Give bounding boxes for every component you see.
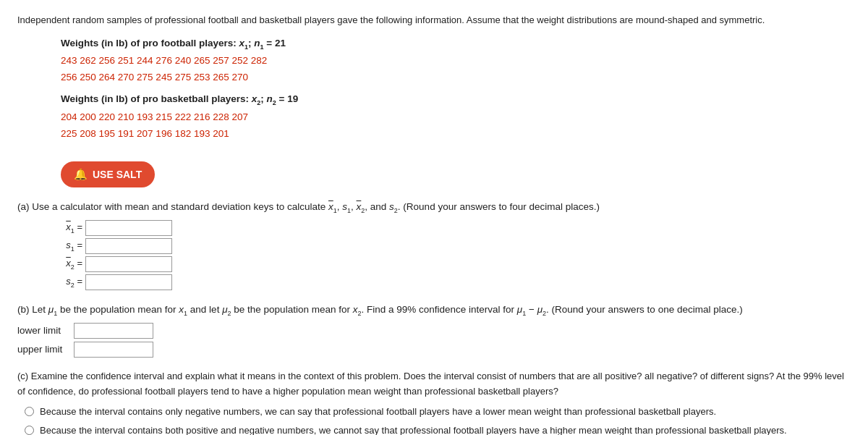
s1-input[interactable] <box>85 238 172 254</box>
x1-row: x1 = <box>61 220 851 236</box>
x1-input[interactable] <box>85 220 172 236</box>
radio-2[interactable] <box>25 426 34 435</box>
basketball-row2: 225 208 195 191 207 196 182 193 201 <box>61 126 851 143</box>
lower-limit-label: lower limit <box>17 323 68 339</box>
s2-row: s2 = <box>61 274 851 290</box>
radio-1-label: Because the interval contains only negat… <box>40 405 716 419</box>
x2-label: x2 = <box>61 256 82 272</box>
part-a-label: (a) Use a calculator with mean and stand… <box>17 199 851 216</box>
upper-limit-input[interactable] <box>74 342 153 358</box>
x2-row: x2 = <box>61 256 851 272</box>
lower-limit-row: lower limit <box>17 323 851 339</box>
football-row2: 256 250 264 270 275 245 275 253 265 270 <box>61 69 851 86</box>
s2-label: s2 = <box>61 274 82 290</box>
use-salt-label: USE SALT <box>93 169 142 180</box>
radio-2-label: Because the interval contains both posit… <box>40 423 787 435</box>
basketball-row1: 204 200 220 210 193 215 222 216 228 207 <box>61 109 851 126</box>
use-salt-button[interactable]: 🔔 USE SALT <box>61 161 155 187</box>
part-c-text: (c) Examine the confidence interval and … <box>17 369 851 400</box>
radio-1[interactable] <box>25 407 34 416</box>
x2-input[interactable] <box>85 256 172 272</box>
football-row1: 243 262 256 251 244 276 240 265 257 252 … <box>61 53 851 69</box>
s1-row: s1 = <box>61 238 851 254</box>
lower-limit-input[interactable] <box>74 323 153 339</box>
part-b-label: (b) Let μ1 be the population mean for x1… <box>17 302 851 318</box>
radio-option-2: Because the interval contains both posit… <box>25 423 851 435</box>
radio-option-1: Because the interval contains only negat… <box>25 405 851 419</box>
football-label: Weights (in lb) of pro football players:… <box>61 38 851 51</box>
x1-label: x1 = <box>61 220 82 236</box>
intro-text: Independent random samples of profession… <box>17 13 851 28</box>
s2-input[interactable] <box>85 274 172 290</box>
bell-icon: 🔔 <box>74 168 88 181</box>
upper-limit-row: upper limit <box>17 342 851 358</box>
s1-label: s1 = <box>61 238 82 254</box>
upper-limit-label: upper limit <box>17 342 68 358</box>
basketball-label: Weights (in lb) of pro basketball player… <box>61 93 851 106</box>
